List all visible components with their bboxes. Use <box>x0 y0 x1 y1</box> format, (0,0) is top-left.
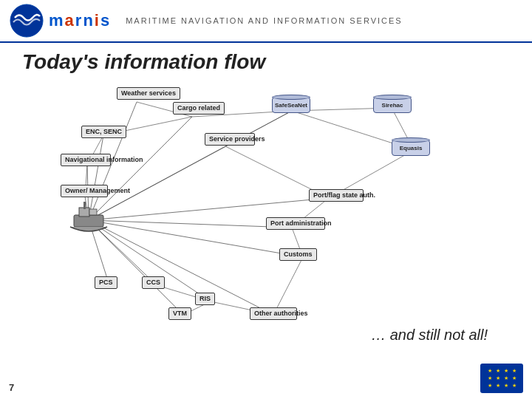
equasis-cylinder-top <box>392 137 430 143</box>
node-enc-senc: ENC, SENC <box>81 126 126 138</box>
service-label: Service providers <box>205 133 255 146</box>
enc-label: ENC, SENC <box>81 126 126 138</box>
logo-area: marnis <box>9 3 111 38</box>
node-service: Service providers <box>205 133 255 146</box>
weather-label: Weather services <box>117 87 180 100</box>
star-9: ★ <box>486 383 493 389</box>
header: marnis Maritime Navigation and Informati… <box>0 0 532 43</box>
star-7: ★ <box>502 375 509 381</box>
node-safeseanet: SafeSeaNet <box>272 95 310 113</box>
svg-rect-36 <box>89 209 97 215</box>
ship-drawing <box>63 194 115 239</box>
customs-label: Customs <box>279 248 317 261</box>
svg-line-9 <box>89 220 292 228</box>
star-11: ★ <box>502 383 509 389</box>
header-subtitle: Maritime Navigation and Information Serv… <box>126 16 402 25</box>
node-other-auth: Other authorities <box>250 307 297 320</box>
node-port-admin: Port administration <box>266 217 325 230</box>
main-content: Today's information flow <box>0 43 532 399</box>
port-flag-label: Port/flag state auth. <box>309 189 364 202</box>
node-nav-info: Navigational information <box>61 154 111 166</box>
eu-flag-bottom: ★ ★ ★ ★ ★ ★ ★ ★ ★ ★ ★ ★ <box>480 364 523 393</box>
node-pcs: PCS <box>95 276 117 289</box>
eu-stars: ★ ★ ★ ★ ★ ★ ★ ★ ★ ★ ★ ★ <box>486 368 517 389</box>
ccs-label: CCS <box>142 276 165 289</box>
cargo-label: Cargo related <box>173 102 225 115</box>
node-vtm: VTM <box>168 307 191 320</box>
node-equasis: Equasis <box>392 137 430 156</box>
node-owner: Owner/ Management <box>61 185 108 197</box>
node-weather: Weather services <box>117 87 180 100</box>
nav-info-label: Navigational information <box>61 154 111 166</box>
logo-icon <box>9 3 44 38</box>
pcs-label: PCS <box>95 276 117 289</box>
page-number: 7 <box>9 382 14 393</box>
node-customs: Customs <box>279 248 317 261</box>
node-ris: RIS <box>195 293 215 305</box>
vtm-label: VTM <box>168 307 191 320</box>
port-admin-label: Port administration <box>266 217 325 230</box>
logo-text: marnis <box>49 11 111 30</box>
ship-icon <box>63 194 115 239</box>
star-8: ★ <box>511 375 517 381</box>
star-12: ★ <box>511 383 517 389</box>
node-cargo: Cargo related <box>173 102 225 115</box>
star-5: ★ <box>486 375 493 381</box>
star-4: ★ <box>511 368 517 374</box>
star-6: ★ <box>494 375 501 381</box>
node-ccs: CCS <box>142 276 165 289</box>
conclusion-text: … and still not all! <box>22 327 510 344</box>
star-2: ★ <box>494 368 501 374</box>
page-title: Today's information flow <box>22 50 510 74</box>
svg-line-31 <box>273 257 303 315</box>
safeseanet-cylinder-top <box>272 95 310 100</box>
node-port-flag: Port/flag state auth. <box>309 189 364 202</box>
star-1: ★ <box>486 368 493 374</box>
other-label: Other authorities <box>250 307 297 320</box>
owner-label: Owner/ Management <box>61 185 108 197</box>
star-10: ★ <box>494 383 501 389</box>
ris-label: RIS <box>195 293 215 305</box>
svg-line-15 <box>89 220 273 315</box>
svg-rect-35 <box>83 202 86 209</box>
star-3: ★ <box>502 368 509 374</box>
diagram: Weather services ENC, SENC Navigational … <box>22 80 510 324</box>
sirehac-cylinder-top <box>373 95 412 100</box>
node-sirehac: Sirehac <box>373 95 412 113</box>
